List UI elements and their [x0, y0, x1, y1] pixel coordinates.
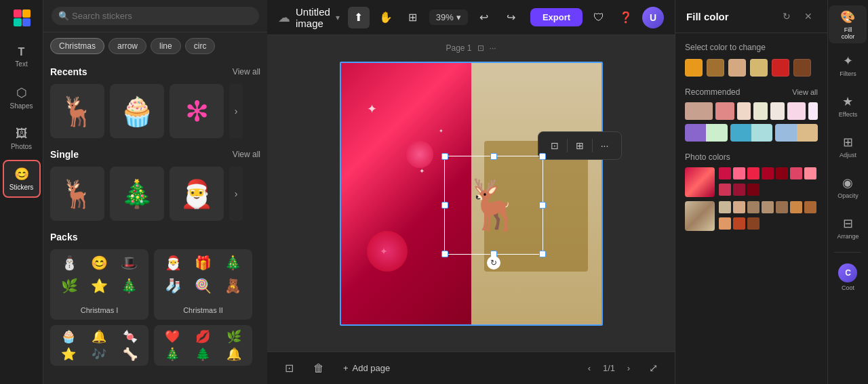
resize-btn[interactable]: ⊞: [570, 136, 589, 155]
crop-btn[interactable]: ⊡: [545, 136, 564, 155]
pack-christmas-2[interactable]: 🎅 🎁 🎄 🧦 🍭 🧸 Christmas II: [154, 249, 252, 320]
photo-swatch-3[interactable]: [747, 167, 760, 179]
photo-thumb-1[interactable]: [685, 167, 715, 197]
add-page-button[interactable]: + Add page: [338, 360, 395, 376]
single-next-btn[interactable]: ›: [229, 167, 243, 221]
document-title[interactable]: Untitled image: [296, 6, 330, 29]
swatch-brown[interactable]: [707, 59, 724, 77]
rec-swatch-5[interactable]: [770, 102, 785, 120]
sticker-single-reindeer[interactable]: 🦌: [50, 167, 104, 221]
photo-swatch-10[interactable]: [747, 184, 760, 196]
close-icon[interactable]: ✕: [800, 8, 816, 24]
redo-btn[interactable]: ↪: [500, 7, 522, 28]
rec-swatch-1[interactable]: [685, 102, 713, 120]
right-nav-adjust[interactable]: ⊞ Adjust: [829, 127, 867, 165]
photo-swatch-2-6[interactable]: [790, 201, 802, 213]
sticker-snowflake[interactable]: ✻: [170, 84, 224, 138]
rec-swatch-7[interactable]: [808, 102, 818, 120]
swatch-red[interactable]: [772, 59, 789, 77]
photo-thumb-2[interactable]: [685, 201, 715, 231]
handle-top-left[interactable]: [441, 153, 448, 160]
photo-swatch-8[interactable]: [719, 184, 731, 196]
pack-christmas-1[interactable]: ⛄ 😊 🎩 🌿 ⭐ 🎄 Christmas I: [50, 249, 149, 320]
rec-pair-1[interactable]: [685, 124, 728, 142]
bottom-page-btn[interactable]: ⊡: [278, 358, 300, 379]
single-view-all[interactable]: View all: [233, 150, 260, 159]
rec-swatch-6[interactable]: [787, 102, 806, 120]
rec-swatch-4[interactable]: [753, 102, 768, 120]
right-nav-user[interactable]: C Coot: [829, 258, 867, 296]
canvas-area[interactable]: Page 1 ⊡ ··· ✦ ✦ ✦ ✦: [267, 35, 675, 351]
shield-icon[interactable]: 🛡: [588, 7, 610, 28]
recommended-view-all[interactable]: View all: [792, 88, 818, 96]
photo-swatch-6[interactable]: [790, 167, 802, 179]
photo-swatch-2-5[interactable]: [776, 201, 788, 213]
sticker-single-tree[interactable]: 🎄: [110, 167, 164, 221]
search-input[interactable]: [52, 7, 259, 25]
photo-swatch-2-2[interactable]: [733, 201, 745, 213]
title-chevron-icon[interactable]: ▾: [336, 13, 340, 22]
photo-swatch-2-9[interactable]: [733, 217, 745, 230]
right-nav-opacity[interactable]: ◉ Opacity: [829, 168, 867, 206]
export-button[interactable]: Export: [530, 8, 583, 26]
user-avatar[interactable]: C: [838, 263, 857, 282]
photo-swatch-1[interactable]: [719, 167, 731, 179]
page-more-icon[interactable]: ···: [490, 43, 496, 53]
fullscreen-btn[interactable]: ⤢: [642, 358, 664, 379]
swatch-tan[interactable]: [750, 59, 768, 77]
sticker-single-hat[interactable]: 🎅: [170, 167, 224, 221]
refresh-icon[interactable]: ↻: [778, 8, 795, 24]
handle-top-mid[interactable]: [490, 153, 497, 160]
swatch-peach[interactable]: [728, 59, 746, 77]
photo-swatch-2-3[interactable]: [747, 201, 760, 213]
small-pack-2[interactable]: ❤️ 💋 🌿 🎄 🌲 🔔: [154, 325, 252, 366]
photo-swatch-2-10[interactable]: [747, 217, 760, 230]
recents-next-btn[interactable]: ›: [229, 84, 243, 138]
right-nav-fill-color[interactable]: 🎨 Fillcolor: [829, 5, 867, 43]
photo-swatch-4[interactable]: [762, 167, 774, 179]
nav-item-stickers[interactable]: 😊 Stickers: [3, 160, 41, 198]
layout-tool-btn[interactable]: ⊞: [402, 7, 424, 28]
swatch-darkbrown[interactable]: [793, 59, 811, 77]
photo-swatch-2[interactable]: [733, 167, 745, 179]
handle-mid-left[interactable]: [441, 202, 448, 209]
rec-swatch-3[interactable]: [737, 102, 751, 120]
handle-bottom-right[interactable]: [539, 251, 546, 257]
more-btn[interactable]: ···: [595, 136, 614, 155]
rec-swatch-2[interactable]: [715, 102, 734, 120]
photo-swatch-7[interactable]: [804, 167, 816, 179]
canvas-frame[interactable]: ✦ ✦ ✦ ✦ ⊡ ⊞: [340, 62, 603, 326]
prev-page-btn[interactable]: ‹: [581, 360, 597, 377]
app-logo[interactable]: [9, 5, 34, 30]
right-nav-filters[interactable]: ✦ Filters: [829, 46, 867, 84]
avatar[interactable]: U: [642, 7, 664, 28]
select-tool-btn[interactable]: ⬆: [348, 7, 370, 28]
photo-swatch-5[interactable]: [776, 167, 788, 179]
sticker-panel-scroll[interactable]: Recents View all 🦌 🧁 ✻ › Single View all…: [43, 60, 267, 384]
sticker-gingerbread[interactable]: 🧁: [110, 84, 164, 138]
next-page-btn[interactable]: ›: [620, 360, 637, 377]
right-nav-arrange[interactable]: ⊟ Arrange: [829, 209, 867, 247]
recents-view-all[interactable]: View all: [233, 67, 260, 77]
handle-bottom-left[interactable]: [441, 251, 448, 257]
tag-arrow[interactable]: arrow: [108, 38, 146, 54]
right-nav-effects[interactable]: ★ Effects: [829, 87, 867, 125]
bottom-delete-btn[interactable]: 🗑: [308, 358, 330, 379]
selected-sticker[interactable]: ⊡ ⊞ ··· 🦌 ↻: [450, 161, 538, 249]
handle-top-right[interactable]: [539, 153, 546, 160]
nav-item-shapes[interactable]: ⬡ Shapes: [3, 79, 41, 116]
nav-item-text[interactable]: T Text: [3, 38, 41, 76]
undo-btn[interactable]: ↩: [473, 7, 495, 28]
rec-pair-2[interactable]: [730, 124, 773, 142]
tag-christmas[interactable]: Christmas: [50, 38, 104, 54]
small-pack-1[interactable]: 🧁 🔔 🍬 ⭐ 🎶 🦴: [50, 325, 149, 366]
pan-tool-btn[interactable]: ✋: [375, 7, 397, 28]
tag-circ[interactable]: circ: [185, 38, 216, 54]
nav-item-photos[interactable]: 🖼 Photos: [3, 119, 41, 157]
photo-swatch-2-4[interactable]: [762, 201, 774, 213]
rotate-handle[interactable]: ↻: [487, 256, 500, 270]
sticker-reindeer[interactable]: 🦌: [50, 84, 104, 138]
photo-swatch-9[interactable]: [733, 184, 745, 196]
tag-line[interactable]: line: [151, 38, 181, 54]
photo-swatch-2-1[interactable]: [719, 201, 731, 213]
